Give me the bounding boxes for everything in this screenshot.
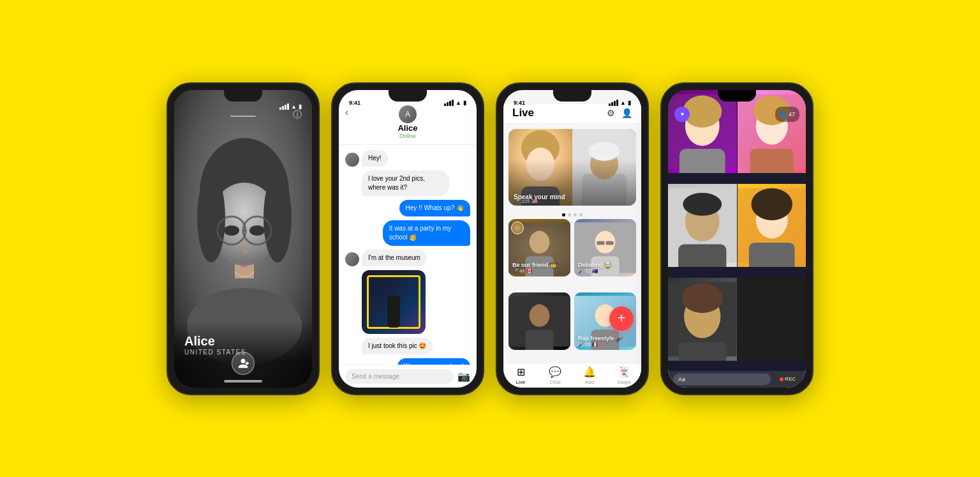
nav-swipe-label: Swipe	[617, 379, 631, 385]
featured-stream[interactable]: Speak your mind 🎤 225 🇺🇸	[509, 129, 636, 206]
card4-info: Rap freestyle 🎤 🎤 72 🇫🇷	[578, 335, 632, 347]
svg-point-5	[264, 173, 292, 262]
rec-button[interactable]: REC	[775, 374, 801, 384]
card-bg-3	[509, 292, 570, 350]
fab-button[interactable]: +	[609, 307, 634, 331]
viewers-count: 👤 47	[775, 107, 799, 122]
card4-label: Rap freestyle 🎤	[578, 335, 632, 342]
notch-3	[553, 90, 591, 102]
live-header: Live ⚙ 👤	[503, 104, 641, 124]
message-input[interactable]: Send a message	[345, 369, 454, 384]
signal-bar-2	[282, 106, 284, 110]
rec-label: REC	[785, 376, 796, 382]
live-title: Live	[512, 107, 534, 119]
live-header-icons: ⚙ 👤	[607, 108, 632, 118]
svg-rect-46	[678, 244, 726, 266]
svg-point-9	[224, 225, 239, 236]
svg-point-49	[751, 188, 792, 220]
call-message-input[interactable]: Aa	[673, 374, 771, 385]
msg-bubble-5: I'm at the museum	[362, 250, 427, 266]
down-button[interactable]: ▾	[674, 107, 690, 122]
add-friend-button[interactable]	[232, 352, 255, 375]
nav-live[interactable]: ⊞ Live	[503, 366, 538, 385]
notch-2	[389, 90, 427, 102]
live-card-3[interactable]	[509, 292, 570, 350]
dot-3	[574, 213, 577, 216]
cell4-person	[738, 184, 806, 267]
status-icons-2: ▲ ▮	[444, 100, 466, 106]
status-time-2: 9:41	[349, 100, 360, 106]
card1-viewers: 🎤 46 🇨🇦	[512, 268, 567, 274]
signal-bar-4	[287, 103, 289, 110]
add-person-icon	[237, 358, 249, 369]
msg-bubble-1: Hey!	[362, 150, 388, 167]
rec-dot	[780, 377, 783, 381]
call-cell-6: Chloe Haha you're crazy guys 🤣 Jake Mia …	[738, 278, 806, 361]
svg-rect-50	[748, 242, 794, 266]
live-nav: ⊞ Live 💬 Chat 🔔 Add 🃏 Swipe	[503, 363, 641, 388]
svg-point-10	[249, 225, 265, 236]
sb-1	[444, 103, 446, 106]
call-cell-1	[668, 90, 737, 173]
status-icons-3: ▲ ▮	[609, 100, 631, 106]
msg-bubble-4: It was at a party in my school 🥳	[383, 220, 470, 246]
dot-2	[568, 213, 571, 216]
phone-group-call: Chloe Haha you're crazy guys 🤣 Jake Mia …	[660, 82, 813, 395]
live-card-1[interactable]: Be our friend 🤠 🎤 46 🇨🇦	[509, 219, 570, 276]
cell1-person	[668, 90, 737, 173]
wifi-icon-2: ▲	[456, 100, 461, 106]
signal-bars-3	[609, 100, 618, 106]
chat-avatar: A	[399, 105, 417, 123]
svg-point-4	[197, 173, 225, 262]
notch	[224, 90, 262, 102]
camera-button[interactable]: 📷	[457, 370, 470, 382]
call-cell-3	[668, 184, 737, 267]
message-pic: I just took this pic 🤩	[345, 338, 470, 354]
viewers-icon: 👤	[780, 111, 787, 117]
svg-rect-42	[750, 148, 793, 172]
chat-header: ‹ A Alice Online	[339, 104, 477, 145]
home-bar	[224, 380, 262, 382]
phone3-screen: 9:41 ▲ ▮ Live ⚙	[503, 90, 641, 388]
signal-bar-1	[279, 107, 281, 110]
group-call-screen: Chloe Haha you're crazy guys 🤣 Jake Mia …	[668, 90, 806, 388]
swipe-nav-icon: 🃏	[618, 366, 630, 378]
status-icons: ▲ ▮	[279, 103, 302, 110]
svg-point-45	[683, 192, 722, 215]
live-nav-icon: ⊞	[517, 366, 525, 378]
live-card-2[interactable]: Debating 🤯 🎤 72 🇦🇺	[574, 219, 636, 276]
profile-background: ▲ ▮ ⓘ Alice UNITED STATES	[174, 90, 312, 388]
card1-label: Be our friend 🤠	[512, 262, 567, 268]
museum-image	[362, 270, 426, 334]
svg-point-30	[530, 305, 550, 327]
nav-chat[interactable]: 💬 Chat	[538, 366, 572, 385]
nav-add[interactable]: 🔔 Add	[572, 366, 607, 385]
call-cell-4	[738, 184, 806, 267]
nav-swipe[interactable]: 🃏 Swipe	[607, 366, 641, 385]
filter-icon[interactable]: ⚙	[607, 108, 615, 118]
svg-rect-28	[605, 241, 613, 245]
svg-point-53	[682, 283, 724, 313]
status-time-3: 9:41	[514, 100, 525, 106]
phone-chat: 9:41 ▲ ▮ ‹ A Alice	[331, 82, 484, 395]
sb-3	[449, 101, 451, 106]
phones-container: ▲ ▮ ⓘ Alice UNITED STATES	[167, 82, 813, 395]
profile-icon[interactable]: 👤	[621, 108, 632, 118]
back-button[interactable]: ‹	[345, 107, 348, 118]
message-hey: Hey!	[345, 150, 470, 167]
chat-status: Online	[399, 133, 416, 139]
cell2-person	[738, 90, 806, 173]
message-party: It was at a party in my school 🥳	[345, 220, 470, 246]
notch-4-overlay	[718, 90, 756, 102]
phone-profile: ▲ ▮ ⓘ Alice UNITED STATES	[167, 82, 320, 395]
sb3-1	[609, 103, 611, 106]
msg-bubble-2: I love your 2nd pics, where was it?	[362, 170, 449, 196]
swipe-indicator	[230, 116, 256, 117]
msg-bubble-6: I just took this pic 🤩	[362, 338, 433, 354]
sb3-3	[614, 101, 616, 106]
message-pics: I love your 2nd pics, where was it?	[345, 170, 470, 196]
phone4-screen: Chloe Haha you're crazy guys 🤣 Jake Mia …	[668, 90, 806, 388]
call-cell-2	[738, 90, 806, 173]
call-cell-5	[668, 278, 737, 361]
signal-bar-3	[285, 105, 286, 110]
